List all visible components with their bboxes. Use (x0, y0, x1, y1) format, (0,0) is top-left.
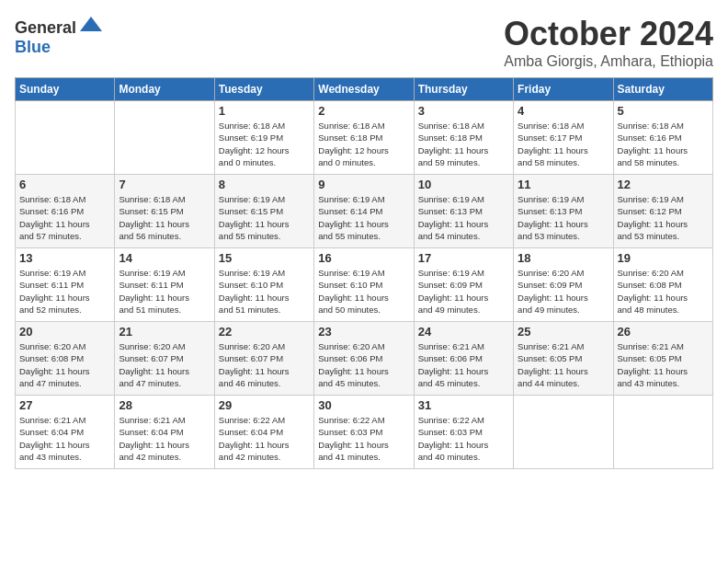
day-number: 6 (19, 178, 110, 191)
logo-icon (78, 15, 104, 33)
day-info: Sunrise: 6:18 AM Sunset: 6:19 PM Dayligh… (219, 120, 310, 168)
day-info: Sunrise: 6:20 AM Sunset: 6:08 PM Dayligh… (19, 340, 110, 389)
day-info: Sunrise: 6:21 AM Sunset: 6:05 PM Dayligh… (518, 340, 609, 389)
day-number: 25 (518, 325, 609, 339)
calendar-cell: 6Sunrise: 6:18 AM Sunset: 6:16 PM Daylig… (16, 175, 115, 248)
day-number: 10 (418, 178, 509, 191)
day-number: 28 (119, 398, 210, 412)
day-number: 1 (219, 104, 310, 118)
day-number: 30 (318, 398, 409, 412)
calendar-cell: 21Sunrise: 6:20 AM Sunset: 6:07 PM Dayli… (115, 322, 214, 396)
calendar-weekday-wednesday: Wednesday (314, 78, 414, 101)
day-info: Sunrise: 6:18 AM Sunset: 6:17 PM Dayligh… (518, 120, 609, 168)
day-number: 11 (518, 178, 609, 191)
day-number: 15 (219, 251, 310, 265)
title-block: October 2024 Amba Giorgis, Amhara, Ethio… (504, 15, 713, 70)
calendar-cell (115, 101, 214, 175)
calendar-cell: 27Sunrise: 6:21 AM Sunset: 6:04 PM Dayli… (16, 396, 115, 469)
day-info: Sunrise: 6:21 AM Sunset: 6:06 PM Dayligh… (418, 340, 509, 389)
day-info: Sunrise: 6:19 AM Sunset: 6:12 PM Dayligh… (618, 193, 709, 242)
calendar-cell: 23Sunrise: 6:20 AM Sunset: 6:06 PM Dayli… (314, 322, 414, 396)
calendar-cell: 2Sunrise: 6:18 AM Sunset: 6:18 PM Daylig… (314, 101, 414, 175)
day-info: Sunrise: 6:22 AM Sunset: 6:04 PM Dayligh… (219, 414, 310, 463)
calendar-cell (613, 396, 712, 469)
calendar-cell: 19Sunrise: 6:20 AM Sunset: 6:08 PM Dayli… (613, 248, 712, 322)
day-number: 26 (618, 325, 709, 339)
day-number: 18 (518, 251, 609, 265)
calendar-cell: 29Sunrise: 6:22 AM Sunset: 6:04 PM Dayli… (214, 396, 313, 469)
calendar-cell: 1Sunrise: 6:18 AM Sunset: 6:19 PM Daylig… (214, 101, 313, 175)
calendar-cell: 17Sunrise: 6:19 AM Sunset: 6:09 PM Dayli… (414, 248, 513, 322)
calendar-cell (514, 396, 613, 469)
calendar-cell: 26Sunrise: 6:21 AM Sunset: 6:05 PM Dayli… (613, 322, 712, 396)
day-info: Sunrise: 6:18 AM Sunset: 6:18 PM Dayligh… (418, 120, 509, 168)
calendar-cell: 16Sunrise: 6:19 AM Sunset: 6:10 PM Dayli… (314, 248, 414, 322)
month-title: October 2024 (504, 15, 713, 53)
calendar-cell: 12Sunrise: 6:19 AM Sunset: 6:12 PM Dayli… (613, 175, 712, 248)
calendar-cell: 8Sunrise: 6:19 AM Sunset: 6:15 PM Daylig… (214, 175, 313, 248)
calendar-week-row: 27Sunrise: 6:21 AM Sunset: 6:04 PM Dayli… (16, 396, 713, 469)
day-number: 3 (418, 104, 509, 118)
day-info: Sunrise: 6:20 AM Sunset: 6:07 PM Dayligh… (119, 340, 210, 389)
calendar-header-row: SundayMondayTuesdayWednesdayThursdayFrid… (16, 78, 713, 101)
calendar-cell: 30Sunrise: 6:22 AM Sunset: 6:03 PM Dayli… (314, 396, 414, 469)
day-number: 20 (19, 325, 110, 339)
day-info: Sunrise: 6:20 AM Sunset: 6:08 PM Dayligh… (618, 267, 709, 316)
day-number: 29 (219, 398, 310, 412)
day-info: Sunrise: 6:19 AM Sunset: 6:13 PM Dayligh… (518, 193, 609, 242)
calendar-cell: 13Sunrise: 6:19 AM Sunset: 6:11 PM Dayli… (16, 248, 115, 322)
calendar-cell: 9Sunrise: 6:19 AM Sunset: 6:14 PM Daylig… (314, 175, 414, 248)
day-number: 17 (418, 251, 509, 265)
day-number: 14 (119, 251, 210, 265)
calendar-weekday-monday: Monday (115, 78, 214, 101)
svg-marker-0 (80, 17, 102, 31)
day-info: Sunrise: 6:19 AM Sunset: 6:11 PM Dayligh… (19, 267, 110, 316)
calendar-week-row: 13Sunrise: 6:19 AM Sunset: 6:11 PM Dayli… (16, 248, 713, 322)
calendar-cell: 14Sunrise: 6:19 AM Sunset: 6:11 PM Dayli… (115, 248, 214, 322)
calendar-cell: 5Sunrise: 6:18 AM Sunset: 6:16 PM Daylig… (613, 101, 712, 175)
day-number: 24 (418, 325, 509, 339)
calendar-cell: 25Sunrise: 6:21 AM Sunset: 6:05 PM Dayli… (514, 322, 613, 396)
day-info: Sunrise: 6:22 AM Sunset: 6:03 PM Dayligh… (318, 414, 409, 463)
day-number: 9 (318, 178, 409, 191)
day-info: Sunrise: 6:22 AM Sunset: 6:03 PM Dayligh… (418, 414, 509, 463)
calendar-cell: 15Sunrise: 6:19 AM Sunset: 6:10 PM Dayli… (214, 248, 313, 322)
calendar-weekday-saturday: Saturday (613, 78, 712, 101)
day-info: Sunrise: 6:18 AM Sunset: 6:16 PM Dayligh… (19, 193, 110, 242)
day-info: Sunrise: 6:21 AM Sunset: 6:04 PM Dayligh… (119, 414, 210, 463)
day-info: Sunrise: 6:20 AM Sunset: 6:07 PM Dayligh… (219, 340, 310, 389)
calendar-cell: 7Sunrise: 6:18 AM Sunset: 6:15 PM Daylig… (115, 175, 214, 248)
calendar-weekday-thursday: Thursday (414, 78, 513, 101)
page-header: General Blue October 2024 Amba Giorgis, … (15, 15, 713, 70)
calendar-cell: 28Sunrise: 6:21 AM Sunset: 6:04 PM Dayli… (115, 396, 214, 469)
day-info: Sunrise: 6:20 AM Sunset: 6:06 PM Dayligh… (318, 340, 409, 389)
calendar-weekday-tuesday: Tuesday (214, 78, 313, 101)
day-info: Sunrise: 6:19 AM Sunset: 6:10 PM Dayligh… (318, 267, 409, 316)
calendar-cell: 4Sunrise: 6:18 AM Sunset: 6:17 PM Daylig… (514, 101, 613, 175)
day-number: 21 (119, 325, 210, 339)
day-number: 5 (618, 104, 709, 118)
day-info: Sunrise: 6:19 AM Sunset: 6:15 PM Dayligh… (219, 193, 310, 242)
day-number: 8 (219, 178, 310, 191)
logo-text: General (15, 15, 106, 38)
calendar-cell: 3Sunrise: 6:18 AM Sunset: 6:18 PM Daylig… (414, 101, 513, 175)
day-number: 13 (19, 251, 110, 265)
calendar-cell: 31Sunrise: 6:22 AM Sunset: 6:03 PM Dayli… (414, 396, 513, 469)
day-number: 7 (119, 178, 210, 191)
day-number: 22 (219, 325, 310, 339)
day-info: Sunrise: 6:18 AM Sunset: 6:18 PM Dayligh… (318, 120, 409, 168)
logo-general: General (15, 18, 76, 37)
day-info: Sunrise: 6:19 AM Sunset: 6:11 PM Dayligh… (119, 267, 210, 316)
day-number: 27 (19, 398, 110, 412)
calendar-weekday-friday: Friday (514, 78, 613, 101)
calendar-cell: 22Sunrise: 6:20 AM Sunset: 6:07 PM Dayli… (214, 322, 313, 396)
day-info: Sunrise: 6:20 AM Sunset: 6:09 PM Dayligh… (518, 267, 609, 316)
day-number: 23 (318, 325, 409, 339)
day-info: Sunrise: 6:21 AM Sunset: 6:04 PM Dayligh… (19, 414, 110, 463)
calendar-cell: 11Sunrise: 6:19 AM Sunset: 6:13 PM Dayli… (514, 175, 613, 248)
location-title: Amba Giorgis, Amhara, Ethiopia (504, 53, 713, 70)
day-info: Sunrise: 6:18 AM Sunset: 6:16 PM Dayligh… (618, 120, 709, 168)
day-info: Sunrise: 6:21 AM Sunset: 6:05 PM Dayligh… (618, 340, 709, 389)
day-number: 16 (318, 251, 409, 265)
calendar-weekday-sunday: Sunday (16, 78, 115, 101)
